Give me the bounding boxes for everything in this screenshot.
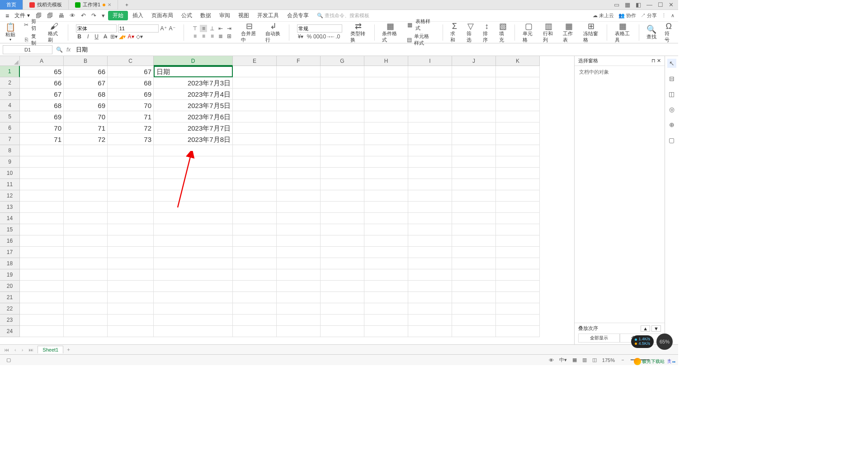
tab-home[interactable]: 首页 — [0, 0, 23, 9]
tray-icon[interactable]: ▪▪ — [672, 359, 675, 364]
cell-G5[interactable] — [321, 111, 364, 122]
dropdown-icon[interactable]: ▾ — [99, 12, 107, 19]
cell-B24[interactable] — [64, 326, 108, 337]
cell-A21[interactable] — [20, 292, 64, 303]
cell-G19[interactable] — [321, 269, 364, 281]
cell-I5[interactable] — [408, 111, 452, 122]
row-head[interactable]: 14 — [0, 213, 20, 224]
cell-K13[interactable] — [496, 202, 540, 213]
cell-A18[interactable] — [20, 258, 64, 269]
cell-I6[interactable] — [408, 122, 452, 134]
col-head-C[interactable]: C — [108, 56, 154, 66]
redo-icon[interactable]: ↷ — [89, 12, 99, 19]
tab-add[interactable]: ＋ — [118, 0, 136, 9]
row-head[interactable]: 15 — [0, 224, 20, 235]
sheet-prev-icon[interactable]: ‹ — [13, 347, 18, 352]
col-head-I[interactable]: I — [408, 56, 452, 66]
cell-A2[interactable]: 66 — [20, 77, 64, 89]
cell-B8[interactable] — [64, 145, 108, 156]
cell-B18[interactable] — [64, 258, 108, 269]
menu-pagelayout[interactable]: 页面布局 — [148, 10, 177, 21]
cell-A15[interactable] — [20, 224, 64, 235]
row-head[interactable]: 11 — [0, 179, 20, 190]
border-icon[interactable]: ⊞▾ — [110, 33, 118, 40]
cell-I22[interactable] — [408, 303, 452, 315]
cell-C9[interactable] — [108, 156, 154, 168]
cell-F24[interactable] — [277, 326, 321, 337]
cell-D6[interactable]: 2023年7月7日 — [154, 122, 233, 134]
cell-H21[interactable] — [364, 292, 408, 303]
cell-H5[interactable] — [364, 111, 408, 122]
row-head[interactable]: 22 — [0, 303, 20, 315]
cell-K18[interactable] — [496, 258, 540, 269]
print-icon[interactable]: 🖶 — [56, 12, 66, 19]
cell-A16[interactable] — [20, 235, 64, 247]
cell-J17[interactable] — [452, 247, 496, 258]
cell-H9[interactable] — [364, 156, 408, 168]
cell-K4[interactable] — [496, 100, 540, 111]
cell-E24[interactable] — [233, 326, 277, 337]
cell-D7[interactable]: 2023年7月8日 — [154, 134, 233, 145]
cell-B13[interactable] — [64, 202, 108, 213]
cell-K10[interactable] — [496, 168, 540, 179]
row-head[interactable]: 7 — [0, 134, 20, 145]
cell-D21[interactable] — [154, 292, 233, 303]
find-button[interactable]: 🔍查找 — [645, 25, 658, 40]
cell-G17[interactable] — [321, 247, 364, 258]
cell-G7[interactable] — [321, 134, 364, 145]
share-button[interactable]: ↗ 分享 — [641, 12, 657, 19]
cell-G3[interactable] — [321, 89, 364, 100]
cell-F17[interactable] — [277, 247, 321, 258]
cell-A17[interactable] — [20, 247, 64, 258]
collab-button[interactable]: 👥 协作 — [618, 12, 636, 19]
fill-color-icon[interactable]: ◢▾ — [119, 33, 126, 40]
cell-H20[interactable] — [364, 281, 408, 292]
cell-I24[interactable] — [408, 326, 452, 337]
cell-I19[interactable] — [408, 269, 452, 281]
cell-A5[interactable]: 69 — [20, 111, 64, 122]
cell-F12[interactable] — [277, 190, 321, 202]
cell-H14[interactable] — [364, 213, 408, 224]
cell-A11[interactable] — [20, 179, 64, 190]
sheet-last-icon[interactable]: ⏭ — [27, 347, 35, 352]
font-select[interactable] — [76, 24, 117, 33]
goto-icon[interactable]: 🔍 — [56, 47, 63, 53]
align-middle-icon[interactable]: ≡ — [200, 25, 207, 32]
move-up-icon[interactable]: ▲ — [641, 325, 650, 332]
cell-H13[interactable] — [364, 202, 408, 213]
col-head-B[interactable]: B — [64, 56, 108, 66]
sum-button[interactable]: Σ求和 — [448, 22, 460, 42]
cell-D22[interactable] — [154, 303, 233, 315]
cell-G18[interactable] — [321, 258, 364, 269]
cell-G13[interactable] — [321, 202, 364, 213]
row-head[interactable]: 5 — [0, 111, 20, 122]
cell-B12[interactable] — [64, 190, 108, 202]
align-left-icon[interactable]: ≡ — [191, 33, 198, 40]
cell-F1[interactable] — [277, 66, 321, 77]
cell-D13[interactable] — [154, 202, 233, 213]
row-head[interactable]: 17 — [0, 247, 20, 258]
row-head[interactable]: 4 — [0, 100, 20, 111]
row-head[interactable]: 18 — [0, 258, 20, 269]
row-head[interactable]: 16 — [0, 235, 20, 247]
cell-K6[interactable] — [496, 122, 540, 134]
cell-H18[interactable] — [364, 258, 408, 269]
cell-E4[interactable] — [233, 100, 277, 111]
cell-D20[interactable] — [154, 281, 233, 292]
cell-I4[interactable] — [408, 100, 452, 111]
dec-decimal-icon[interactable]: ←.0 — [331, 33, 339, 40]
cell-F23[interactable] — [277, 315, 321, 326]
cell-G2[interactable] — [321, 77, 364, 89]
row-head[interactable]: 2 — [0, 77, 20, 89]
cell-C2[interactable]: 68 — [108, 77, 154, 89]
user-icon[interactable]: ◧ — [636, 1, 641, 8]
cell-B10[interactable] — [64, 168, 108, 179]
cell-C17[interactable] — [108, 247, 154, 258]
expand-icon[interactable]: ∧ — [671, 13, 675, 19]
cell-B21[interactable] — [64, 292, 108, 303]
cell-G6[interactable] — [321, 122, 364, 134]
col-head-E[interactable]: E — [233, 56, 277, 66]
fontsize-select[interactable] — [118, 24, 159, 33]
cell-style-icon[interactable]: ▤ — [406, 36, 412, 43]
cell-E14[interactable] — [233, 213, 277, 224]
